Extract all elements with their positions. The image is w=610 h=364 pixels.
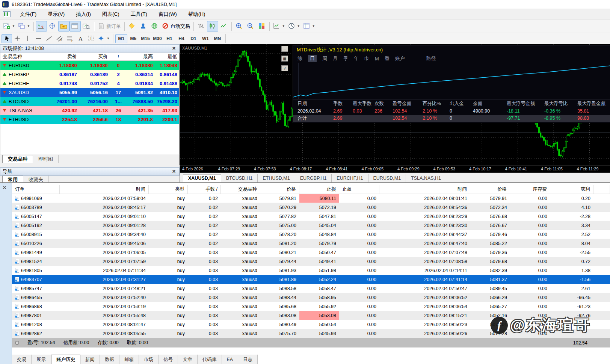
terminal-tab-市场[interactable]: 市场	[139, 355, 159, 364]
minimize-button[interactable]: ─	[281, 46, 288, 52]
order-row[interactable]: 649837072026.02.04 07:31:27buy0.03xauusd…	[12, 275, 610, 284]
metaeditor-button[interactable]	[127, 21, 138, 32]
vline-button[interactable]	[23, 34, 33, 43]
mtdriver-tab-月[interactable]: 月	[333, 55, 338, 62]
timeframe-h4[interactable]: H4	[175, 34, 187, 43]
mtdriver-tab-巾[interactable]: 巾	[364, 55, 369, 62]
mtdriver-tab-季[interactable]: 季	[343, 55, 348, 62]
terminal-tab-文章[interactable]: 文章	[178, 355, 198, 364]
terminal-tab-信号[interactable]: 信号	[159, 355, 178, 364]
symbol-cell[interactable]: ETHUSD	[0, 115, 48, 124]
timeframe-h1[interactable]: H1	[163, 34, 175, 43]
order-row[interactable]: 649910692026.02.04 07:59:04buy0.02xauusd…	[12, 194, 610, 203]
orders-column-header-5[interactable]: 价格	[260, 185, 299, 194]
hline-button[interactable]	[33, 34, 44, 43]
orders-column-header-4[interactable]: 交易品种	[221, 185, 260, 194]
menu-item-0[interactable]: 文件(F)	[14, 9, 42, 19]
trendline-button[interactable]	[44, 34, 54, 43]
navigator-close-icon[interactable]: ✕	[171, 169, 177, 174]
mw-column-header-1[interactable]: 卖价	[48, 53, 79, 61]
candles-button[interactable]	[207, 21, 218, 32]
mtdriver-tab-周[interactable]: 周	[322, 55, 327, 62]
navigator-tab-收藏夹[interactable]: 收藏夹	[23, 176, 49, 182]
terminal-tab-交易[interactable]: 交易	[12, 355, 32, 364]
timeframe-m5[interactable]: M5	[127, 34, 139, 43]
terminal-tab-数据[interactable]: 数据	[100, 355, 119, 364]
order-row[interactable]: 650037892026.02.04 08:45:17buy0.02xauusd…	[12, 203, 610, 212]
symbol-cell[interactable]: EURUSD	[0, 61, 48, 70]
market-watch-tab-即时图[interactable]: 即时图	[33, 155, 59, 163]
order-row[interactable]: 650051472026.02.04 09:01:10buy0.02xauusd…	[12, 212, 610, 221]
navigator-button[interactable]: ★	[58, 21, 69, 32]
bars-button[interactable]	[196, 21, 207, 32]
mw-column-header-2[interactable]: 买价	[79, 53, 110, 61]
orders-column-header-9[interactable]: 价格	[470, 185, 510, 194]
mtdriver-tab-综[interactable]: 综	[297, 55, 302, 62]
mtdriver-tab-年[interactable]: 年	[354, 55, 359, 62]
menu-item-5[interactable]: 窗口(W)	[153, 9, 183, 19]
order-row[interactable]: 649928622026.02.04 08:05:55buy0.03xauusd…	[12, 329, 610, 338]
terminal-tab-日志[interactable]: 日志	[238, 355, 258, 364]
order-row[interactable]: 650089152026.02.04 09:34:40buy0.02xauusd…	[12, 230, 610, 239]
order-row[interactable]: 649818052026.02.04 07:11:34buy0.03xauusd…	[12, 266, 610, 275]
orders-column-header-7[interactable]: 止盈	[339, 185, 379, 194]
terminal-tab-展示[interactable]: 展示	[32, 355, 51, 364]
menu-item-6[interactable]: 帮助(H)	[183, 9, 211, 19]
terminal-close-icon[interactable]: ✕	[3, 185, 6, 190]
chart-tab-BTCUSDH1[interactable]: BTCUSD,H1	[221, 174, 258, 182]
crosshair-button[interactable]	[12, 34, 23, 43]
orders-column-header-0[interactable]: 订单	[12, 185, 60, 194]
mw-column-header-3[interactable]: !	[110, 53, 127, 61]
symbol-cell[interactable]: EURCHF	[0, 79, 48, 88]
tester-button[interactable]	[81, 21, 92, 32]
timeframe-mn[interactable]: MN	[211, 34, 223, 43]
periods-button[interactable]: ▼	[287, 21, 302, 32]
timeframe-m1[interactable]: M1	[115, 34, 127, 43]
order-row[interactable]: 649878012026.02.04 07:55:48buy0.03xauusd…	[12, 311, 610, 320]
chart-tab-TSLANASH1[interactable]: TSLA.NAS,H1	[406, 174, 446, 182]
chart-tab-ETHUSDM1[interactable]: ETHUSD,M1	[258, 174, 295, 182]
shapes-button[interactable]: ▼	[96, 34, 111, 43]
orders-column-header-8[interactable]: 时间	[379, 185, 470, 194]
order-row[interactable]: 649814492026.02.04 07:06:05buy0.03xauusd…	[12, 248, 610, 257]
mtdriver-tab-日[interactable]: 日	[308, 55, 317, 62]
chart-tab-EURUSDM1[interactable]: EURUSD,M1	[368, 174, 406, 182]
fibo-button[interactable]: F	[65, 34, 75, 43]
market-watch-close-icon[interactable]: ✕	[171, 46, 177, 51]
data-window-button[interactable]	[47, 21, 58, 32]
channel-button[interactable]: E	[54, 34, 65, 43]
indicators-button[interactable]: ▼	[272, 21, 287, 32]
chart-shot-button[interactable]: ▦	[281, 56, 288, 62]
order-row[interactable]: 650102262026.02.04 09:45:06buy0.02xauusd…	[12, 239, 610, 248]
order-row[interactable]: 650051922026.02.04 09:01:28buy0.02xauusd…	[12, 221, 610, 230]
terminal-tab-代码库[interactable]: 代码库	[198, 355, 222, 364]
timeframe-w1[interactable]: W1	[199, 34, 211, 43]
menu-item-3[interactable]: 图表(C)	[97, 9, 125, 19]
orders-column-header-6[interactable]: 止损	[299, 185, 339, 194]
zoom-out-button[interactable]	[245, 21, 256, 32]
cursor-button[interactable]	[2, 34, 12, 43]
mw-column-header-4[interactable]: 最高	[127, 53, 155, 61]
text-button[interactable]: A	[75, 34, 86, 43]
symbol-cell[interactable]: TSLA.NAS	[0, 106, 48, 115]
new-order-button[interactable]: 新订单	[96, 21, 122, 32]
menu-item-2[interactable]: 插入(I)	[70, 9, 97, 19]
menu-item-1[interactable]: 显示(V)	[42, 9, 70, 19]
symbol-cell[interactable]: EURGBP	[0, 70, 48, 79]
chart-tab-EURGBPH1[interactable]: EURGBP,H1	[295, 174, 332, 182]
chart-window-icon[interactable]	[3, 11, 11, 17]
timeframe-m30[interactable]: M30	[151, 34, 163, 43]
community-button[interactable]	[138, 21, 149, 32]
order-row[interactable]: 649912082026.02.04 08:01:47buy0.03xauusd…	[12, 320, 610, 329]
check-button[interactable]: √	[281, 65, 288, 71]
order-row[interactable]: 649868682026.02.04 07:53:19buy0.03xauusd…	[12, 302, 610, 311]
orders-column-header-1[interactable]: 时间	[60, 185, 149, 194]
mw-column-header-5[interactable]: 最低	[155, 53, 180, 61]
orders-column-header-11[interactable]: 获利	[550, 185, 593, 194]
terminal-tab-EA[interactable]: EA	[222, 355, 239, 364]
orders-column-header-2[interactable]: 类型	[149, 185, 188, 194]
orders-column-header-3[interactable]: 手数 /	[188, 185, 221, 194]
chart-tab-EURCHFH1[interactable]: EURCHF,H1	[332, 174, 368, 182]
price-chart-canvas[interactable]: XAUUSD,M1 ─ ▦ √ MTDriver统计 ,V3.12 (http:…	[180, 44, 610, 165]
label-button[interactable]: T	[86, 34, 96, 43]
